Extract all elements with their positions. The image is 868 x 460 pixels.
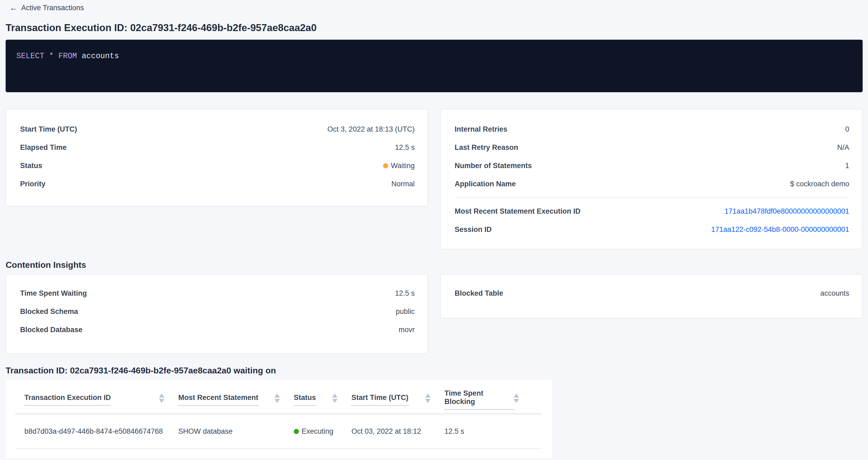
priority-label: Priority bbox=[20, 180, 45, 188]
contention-insights-heading: Contention Insights bbox=[6, 259, 863, 270]
contention-right-card: Blocked Table accounts bbox=[440, 274, 863, 318]
row-most-recent-statement-execution-id: Most Recent Statement Execution ID 171aa… bbox=[441, 202, 862, 220]
sort-icon bbox=[159, 394, 164, 403]
cell-status: Executing bbox=[294, 427, 351, 436]
application-name-value: $ cockroach demo bbox=[790, 180, 849, 188]
blocked-database-value: movr bbox=[399, 326, 415, 334]
row-blocked-schema: Blocked Schema public bbox=[6, 302, 428, 320]
overview-card: Start Time (UTC) Oct 3, 2022 at 18:13 (U… bbox=[6, 109, 428, 206]
transaction-details-page: ← Active Transactions Transaction Execut… bbox=[0, 0, 868, 458]
column-header-most-recent-statement[interactable]: Most Recent Statement bbox=[178, 389, 294, 410]
cell-transaction-execution-id: b8d7d03a-d497-446b-8474-e50846674768 bbox=[24, 427, 178, 436]
row-blocked-table: Blocked Table accounts bbox=[441, 284, 862, 302]
column-header-most-recent-statement-label: Most Recent Statement bbox=[178, 394, 258, 406]
back-arrow-icon: ← bbox=[9, 4, 18, 12]
sort-icon bbox=[332, 394, 338, 403]
internal-retries-label: Internal Retries bbox=[455, 125, 507, 133]
status-text: Waiting bbox=[391, 162, 415, 170]
row-time-spent-waiting: Time Spent Waiting 12.5 s bbox=[6, 284, 428, 302]
blocked-table-value: accounts bbox=[820, 289, 849, 298]
blocked-schema-value: public bbox=[396, 307, 415, 316]
breadcrumb-back-link[interactable]: ← Active Transactions bbox=[9, 3, 84, 13]
row-priority: Priority Normal bbox=[6, 175, 428, 193]
cell-start-time: Oct 03, 2022 at 18:12 bbox=[351, 427, 444, 436]
row-number-of-statements: Number of Statements 1 bbox=[441, 157, 862, 175]
row-application-name: Application Name $ cockroach demo bbox=[441, 175, 862, 193]
table-row: b8d7d03a-d497-446b-8474-e50846674768 SHO… bbox=[6, 414, 552, 449]
sql-keyword-from: FROM bbox=[58, 52, 77, 61]
row-status: Status Waiting bbox=[6, 157, 428, 175]
column-header-start-time-label: Start Time (UTC) bbox=[351, 394, 408, 406]
row-blocked-database: Blocked Database movr bbox=[6, 320, 428, 339]
cell-status-text: Executing bbox=[302, 427, 334, 436]
column-header-time-spent-blocking-label: Time Spent Blocking bbox=[444, 389, 514, 410]
most-recent-statement-execution-id-label: Most Recent Statement Execution ID bbox=[455, 207, 581, 216]
row-session-id: Session ID 171aa122-c092-54b8-0000-00000… bbox=[441, 220, 862, 239]
details-card-divider bbox=[455, 197, 848, 198]
column-header-transaction-execution-id-label: Transaction Execution ID bbox=[24, 394, 111, 406]
row-elapsed-time: Elapsed Time 12.5 s bbox=[6, 138, 428, 157]
start-time-label: Start Time (UTC) bbox=[20, 125, 77, 133]
last-retry-reason-value: N/A bbox=[837, 144, 849, 152]
sql-keyword-select: SELECT bbox=[17, 52, 44, 61]
waiting-on-table-header: Transaction Execution ID Most Recent Sta… bbox=[6, 379, 552, 410]
breadcrumb-label: Active Transactions bbox=[21, 4, 84, 12]
sort-icon bbox=[275, 394, 280, 403]
column-header-start-time[interactable]: Start Time (UTC) bbox=[351, 389, 444, 410]
time-spent-waiting-label: Time Spent Waiting bbox=[20, 289, 87, 298]
column-header-status[interactable]: Status bbox=[294, 389, 351, 410]
sql-table-identifier: accounts bbox=[82, 52, 119, 61]
cell-most-recent-statement: SHOW database bbox=[178, 427, 294, 436]
last-retry-reason-label: Last Retry Reason bbox=[455, 144, 518, 152]
summary-cards-row: Start Time (UTC) Oct 3, 2022 at 18:13 (U… bbox=[6, 109, 863, 249]
waiting-on-table: Transaction Execution ID Most Recent Sta… bbox=[6, 379, 552, 458]
sort-icon bbox=[514, 394, 519, 403]
number-of-statements-label: Number of Statements bbox=[455, 162, 532, 170]
sort-icon bbox=[425, 394, 431, 403]
column-header-time-spent-blocking[interactable]: Time Spent Blocking bbox=[444, 389, 533, 410]
table-row-divider bbox=[15, 449, 541, 449]
blocked-schema-label: Blocked Schema bbox=[20, 307, 78, 316]
most-recent-statement-execution-id-link[interactable]: 171aa1b478fdf0e80000000000000001 bbox=[724, 207, 849, 216]
contention-cards-row: Time Spent Waiting 12.5 s Blocked Schema… bbox=[6, 274, 863, 354]
sql-asterisk: * bbox=[49, 52, 54, 61]
blocked-database-label: Blocked Database bbox=[20, 326, 83, 334]
start-time-value: Oct 3, 2022 at 18:13 (UTC) bbox=[327, 125, 415, 133]
elapsed-time-value: 12.5 s bbox=[395, 144, 415, 152]
column-header-status-label: Status bbox=[294, 394, 316, 406]
number-of-statements-value: 1 bbox=[845, 162, 849, 170]
status-label: Status bbox=[20, 162, 42, 170]
status-value: Waiting bbox=[383, 162, 415, 170]
application-name-label: Application Name bbox=[455, 180, 516, 188]
blocked-table-label: Blocked Table bbox=[455, 289, 503, 298]
internal-retries-value: 0 bbox=[845, 125, 849, 133]
waiting-on-heading: Transaction ID: 02ca7931-f246-469b-b2fe-… bbox=[6, 365, 863, 376]
session-id-label: Session ID bbox=[455, 225, 492, 234]
priority-value: Normal bbox=[392, 180, 415, 188]
session-id-link[interactable]: 171aa122-c092-54b8-0000-000000000001 bbox=[711, 225, 849, 234]
contention-left-card: Time Spent Waiting 12.5 s Blocked Schema… bbox=[6, 274, 428, 354]
page-title: Transaction Execution ID: 02ca7931-f246-… bbox=[6, 22, 863, 34]
row-internal-retries: Internal Retries 0 bbox=[441, 120, 862, 138]
row-last-retry-reason: Last Retry Reason N/A bbox=[441, 138, 862, 157]
elapsed-time-label: Elapsed Time bbox=[20, 144, 67, 152]
waiting-status-dot-icon bbox=[383, 163, 388, 168]
executing-status-dot-icon bbox=[294, 429, 299, 434]
cell-time-spent-blocking: 12.5 s bbox=[444, 427, 533, 436]
sql-statement-box: SELECT * FROM accounts bbox=[6, 40, 863, 92]
row-start-time: Start Time (UTC) Oct 3, 2022 at 18:13 (U… bbox=[6, 120, 428, 138]
time-spent-waiting-value: 12.5 s bbox=[395, 289, 415, 298]
column-header-transaction-execution-id[interactable]: Transaction Execution ID bbox=[24, 389, 178, 410]
details-card: Internal Retries 0 Last Retry Reason N/A… bbox=[440, 109, 863, 249]
